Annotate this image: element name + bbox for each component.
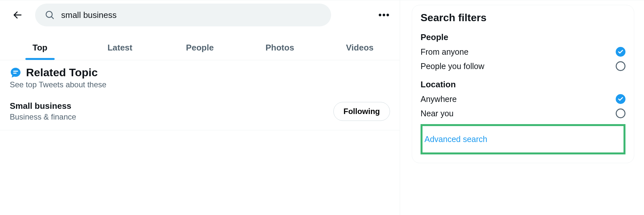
search-filters-card: Search filters People From anyone People…: [412, 5, 634, 163]
topic-icon: [10, 67, 21, 79]
radio-from-anyone[interactable]: From anyone: [421, 47, 625, 57]
topic-info: Small business Business & finance: [10, 101, 76, 122]
svg-rect-4: [13, 73, 17, 74]
radio-near-you[interactable]: Near you: [421, 108, 625, 118]
checkmark-icon: [618, 96, 624, 102]
sidebar: Search filters People From anyone People…: [400, 0, 644, 215]
svg-rect-3: [13, 71, 18, 72]
radio-control[interactable]: [616, 47, 625, 57]
back-button[interactable]: [10, 7, 25, 23]
related-topic-subtitle: See top Tweets about these: [10, 80, 390, 89]
tab-latest[interactable]: Latest: [80, 36, 160, 60]
related-topic-section: Related Topic See top Tweets about these…: [0, 60, 400, 130]
radio-label: Anywhere: [421, 94, 457, 104]
related-topic-header: Related Topic: [10, 66, 390, 79]
radio-label: Near you: [421, 109, 453, 118]
radio-control[interactable]: [616, 108, 625, 118]
search-filters-title: Search filters: [421, 12, 625, 24]
tab-top[interactable]: Top: [0, 36, 80, 60]
topic-name: Small business: [10, 101, 76, 111]
search-icon: [45, 10, 55, 20]
radio-control[interactable]: [616, 94, 625, 104]
back-arrow-icon: [12, 10, 23, 20]
radio-people-you-follow[interactable]: People you follow: [421, 61, 625, 71]
filter-group-location: Location: [421, 79, 625, 90]
main-column: ••• Top Latest People Photos Videos Rela…: [0, 0, 400, 215]
radio-anywhere[interactable]: Anywhere: [421, 94, 625, 104]
topic-category: Business & finance: [10, 112, 76, 122]
following-button[interactable]: Following: [333, 102, 390, 121]
tab-photos[interactable]: Photos: [240, 36, 320, 60]
topic-row: Small business Business & finance Follow…: [10, 101, 390, 122]
tab-videos[interactable]: Videos: [320, 36, 400, 60]
advanced-search-link[interactable]: Advanced search: [424, 135, 487, 144]
more-button[interactable]: •••: [375, 7, 393, 23]
related-topic-title: Related Topic: [26, 66, 98, 79]
search-tabs: Top Latest People Photos Videos: [0, 36, 400, 60]
svg-line-2: [51, 17, 53, 19]
search-header: •••: [0, 0, 400, 30]
advanced-search-row: Advanced search: [421, 124, 625, 154]
filter-group-people: People: [421, 32, 625, 42]
radio-control[interactable]: [616, 61, 625, 71]
search-field[interactable]: [35, 4, 331, 26]
checkmark-icon: [618, 49, 624, 55]
radio-label: From anyone: [421, 47, 468, 57]
search-input[interactable]: [61, 10, 321, 20]
tab-people[interactable]: People: [160, 36, 240, 60]
radio-label: People you follow: [421, 62, 484, 71]
more-icon: •••: [379, 10, 390, 20]
